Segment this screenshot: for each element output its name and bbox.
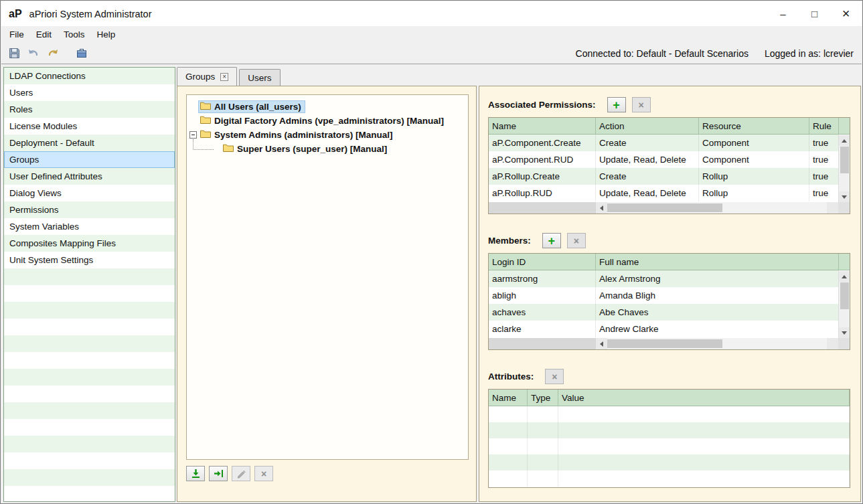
remove-member-button[interactable]: × [567,233,586,248]
scroll-thumb[interactable] [840,147,849,173]
scroll-left-button[interactable] [596,338,607,349]
remove-attribute-button[interactable]: × [545,369,564,384]
export-button[interactable] [209,466,228,481]
table-row[interactable]: aclarkeAndrew Clarke [489,321,839,337]
scenarios-icon[interactable] [76,48,87,58]
cell[interactable]: abligh [489,287,596,304]
tree-row-system-admins[interactable]: System Admins (administrators) [Manual] [187,128,468,142]
cell[interactable]: aP.Rollup.RUD [489,185,596,201]
sidebar-item-users[interactable]: Users [4,84,175,101]
members-vscrollbar[interactable] [838,271,850,338]
cell[interactable]: Create [596,168,699,185]
table-row[interactable]: aarmstrongAlex Armstrong [489,270,839,287]
sidebar-item-user-defined-attributes[interactable]: User Defined Attributes [4,168,175,185]
tab-close-icon[interactable]: × [220,73,228,81]
tab-users[interactable]: Users [239,69,280,86]
cell[interactable]: aP.Rollup.Create [489,168,596,185]
cell[interactable]: true [809,151,839,168]
table-row[interactable]: aP.Component.CreateCreateComponenttrue [489,135,839,151]
cell[interactable]: aP.Component.Create [489,135,596,151]
cell[interactable]: Rollup [699,168,809,185]
cell[interactable]: Component [699,151,809,168]
tree-row-all-users[interactable]: All Users (all_users) [187,100,468,114]
delete-button[interactable]: × [254,466,273,481]
cell[interactable]: Component [699,135,809,151]
menu-tools[interactable]: Tools [58,27,91,41]
add-permission-button[interactable]: + [607,97,626,112]
scroll-thumb[interactable] [607,203,722,212]
column-header-resource[interactable]: Resource [699,118,809,134]
cell[interactable]: true [809,135,839,151]
scroll-thumb[interactable] [840,282,849,309]
cell[interactable]: aP.Component.RUD [489,151,596,168]
sidebar-item-deployment-default[interactable]: Deployment - Default [4,135,175,151]
minimize-button[interactable]: – [767,1,799,26]
save-icon[interactable] [9,48,20,59]
permissions-hscrollbar[interactable] [489,202,850,214]
sidebar-item-groups[interactable]: Groups [4,151,175,168]
tab-groups[interactable]: Groups × [177,67,237,86]
cell[interactable]: aclarke [489,321,596,337]
tree-node[interactable]: Digital Factory Admins (vpe_administrato… [199,115,447,127]
menu-file[interactable]: File [3,27,30,41]
permissions-vscrollbar[interactable] [838,135,850,202]
column-header-login-id[interactable]: Login ID [489,254,596,270]
cell[interactable]: aarmstrong [489,270,596,287]
tree-row-super-users[interactable]: Super Users (super_user) [Manual] [187,142,468,156]
column-header-name[interactable]: Name [489,118,596,134]
cell[interactable]: Update, Read, Delete [596,185,699,201]
table-row[interactable]: aP.Rollup.CreateCreateRolluptrue [489,168,839,185]
cell[interactable]: Update, Read, Delete [596,151,699,168]
cell[interactable]: Abe Chaves [596,304,839,321]
cell[interactable]: Rollup [699,185,809,201]
sidebar-item-unit-system-settings[interactable]: Unit System Settings [4,252,175,268]
remove-permission-button[interactable]: × [632,97,651,112]
close-button[interactable]: × [830,1,862,26]
scroll-right-button[interactable] [827,338,838,349]
table-row[interactable]: ablighAmanda Bligh [489,287,839,304]
sidebar-item-permissions[interactable]: Permissions [4,201,175,218]
cell[interactable]: Andrew Clarke [596,321,839,337]
sidebar-item-dialog-views[interactable]: Dialog Views [4,185,175,201]
table-row[interactable]: achavesAbe Chaves [489,304,839,321]
column-header-type[interactable]: Type [528,390,558,406]
sidebar-item-system-variables[interactable]: System Variables [4,218,175,235]
scroll-thumb[interactable] [607,339,722,348]
tree-node[interactable]: Super Users (super_user) [Manual] [222,143,390,155]
table-row[interactable]: aP.Rollup.RUDUpdate, Read, DeleteRollupt… [489,185,839,201]
tree-row-digital-factory-admins[interactable]: Digital Factory Admins (vpe_administrato… [187,114,468,128]
column-header-value[interactable]: Value [558,390,850,406]
redo-icon[interactable] [47,48,59,58]
sidebar-item-license-modules[interactable]: License Modules [4,118,175,135]
scroll-up-button[interactable] [839,135,850,146]
menu-help[interactable]: Help [91,27,122,41]
sidebar-item-composites-mapping-files[interactable]: Composites Mapping Files [4,235,175,252]
menu-edit[interactable]: Edit [30,27,58,41]
cell[interactable]: true [809,185,839,201]
import-button[interactable] [186,466,205,481]
add-member-button[interactable]: + [542,233,561,248]
undo-icon[interactable] [27,48,40,58]
tree-node[interactable]: All Users (all_users) [199,101,305,112]
tree-collapse-toggle[interactable] [189,131,197,139]
sidebar-item-ldap-connections[interactable]: LDAP Connections [4,68,175,84]
scroll-left-button[interactable] [596,202,607,214]
column-header-name[interactable]: Name [489,390,528,406]
scroll-down-button[interactable] [839,191,850,202]
cell[interactable]: Create [596,135,699,151]
cell[interactable]: Amanda Bligh [596,287,839,304]
sidebar-item-roles[interactable]: Roles [4,101,175,118]
column-header-full-name[interactable]: Full name [596,254,839,270]
cell[interactable]: true [809,168,839,185]
cell[interactable]: achaves [489,304,596,321]
column-header-action[interactable]: Action [596,118,699,134]
column-header-rule[interactable]: Rule [809,118,839,134]
cell[interactable]: Alex Armstrong [596,270,839,287]
scroll-up-button[interactable] [839,271,850,282]
tree-node[interactable]: System Admins (administrators) [Manual] [199,129,396,141]
scroll-down-button[interactable] [839,327,850,338]
maximize-button[interactable]: □ [799,1,830,26]
members-hscrollbar[interactable] [489,338,850,349]
scroll-right-button[interactable] [827,202,838,214]
table-row[interactable]: aP.Component.RUDUpdate, Read, DeleteComp… [489,151,839,168]
